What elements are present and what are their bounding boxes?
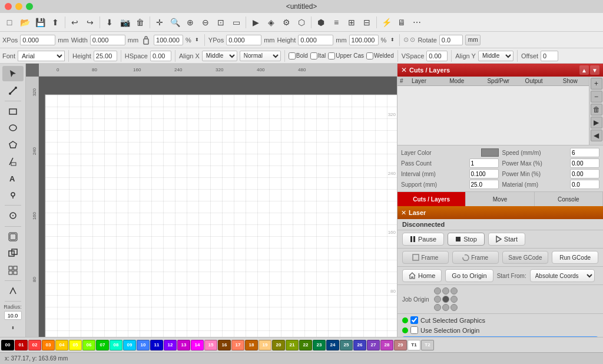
color-swatch-09[interactable]: 09 (123, 340, 136, 350)
color-swatch-T2[interactable]: T2 (421, 340, 434, 350)
cuts-up-btn[interactable]: ▲ (579, 65, 589, 75)
path-tool[interactable] (2, 283, 24, 299)
xpos-input[interactable] (20, 35, 55, 45)
color-swatch-27[interactable]: 27 (367, 340, 380, 350)
delete-button[interactable]: 🗑 (133, 15, 147, 29)
stop-button[interactable]: Stop (448, 233, 485, 246)
bold-check[interactable]: Bold (289, 52, 308, 59)
start-from-select[interactable]: Absolute Coords User Origin Current Posi… (530, 269, 595, 282)
cut-selected-check[interactable]: Cut Selected Graphics (410, 316, 485, 324)
group-button[interactable]: ⊞ (344, 15, 359, 29)
save-gcode-btn[interactable]: Save GCode (502, 251, 549, 264)
job-dot-tm[interactable] (442, 287, 449, 294)
radius-input[interactable] (4, 311, 22, 320)
use-selection-check[interactable]: Use Selection Origin (410, 326, 479, 334)
color-swatch-05[interactable]: 05 (69, 340, 82, 350)
welded-check[interactable]: Welded (366, 52, 394, 59)
line-tool[interactable] (2, 154, 24, 169)
support-input[interactable] (469, 180, 499, 189)
job-dot-tl[interactable] (434, 287, 441, 294)
job-dot-mr[interactable] (450, 296, 458, 303)
job-dot-bm[interactable] (442, 304, 449, 311)
job-dot-mm[interactable] (442, 296, 449, 303)
chain-lock[interactable] (141, 35, 151, 45)
color-swatch-03[interactable]: 03 (42, 340, 55, 350)
color-swatch-29[interactable]: 29 (394, 340, 407, 350)
minimize-button[interactable] (15, 3, 22, 10)
cuts-right-btn[interactable]: ▶ (591, 117, 602, 128)
cuts-left-btn[interactable]: ◀ (591, 130, 602, 141)
zoom-button[interactable]: 🔍 (168, 15, 182, 29)
laser-settings[interactable]: ⚡ (379, 15, 393, 29)
settings-button[interactable]: ⚙ (279, 15, 293, 29)
undo-button[interactable]: ↩ (68, 15, 82, 29)
new-button[interactable]: □ (2, 15, 16, 29)
speed-input[interactable] (570, 148, 599, 157)
show-last-position-btn[interactable]: ↑ Show Last Position (402, 336, 598, 337)
color-swatch-06[interactable]: 06 (82, 340, 95, 350)
color-swatch-11[interactable]: 11 (150, 340, 163, 350)
color-swatch-19[interactable]: 19 (259, 340, 271, 350)
cuts-remove-btn[interactable]: − (591, 91, 602, 102)
select-button[interactable]: ▭ (229, 15, 243, 29)
polygon-tool[interactable] (2, 137, 24, 153)
italic-check[interactable]: Ital (310, 52, 326, 59)
color-swatch-01[interactable]: 01 (15, 340, 28, 350)
canvas-area[interactable]: 0 80 160 240 320 400 480 320 240 160 80 (26, 64, 397, 337)
frame-btn-2[interactable]: Frame (452, 251, 499, 264)
color-swatch-23[interactable]: 23 (313, 340, 326, 350)
position-tool[interactable] (2, 187, 24, 203)
color-swatch-25[interactable]: 25 (340, 340, 353, 350)
cuts-close-icon[interactable]: ✕ (401, 66, 407, 74)
export-button[interactable]: ⬆ (48, 15, 62, 29)
home-btn[interactable]: Home (402, 269, 442, 282)
job-dot-ml[interactable] (434, 296, 441, 303)
preview-button[interactable]: ▶ (249, 15, 263, 29)
go-to-origin-btn[interactable]: Go to Origin (445, 269, 493, 282)
hspace-input[interactable] (150, 51, 171, 61)
color-swatch-26[interactable]: 26 (353, 340, 366, 350)
text-tool[interactable]: A (2, 170, 24, 186)
zoom-out-button[interactable]: ⊖ (198, 15, 213, 29)
rectangle-tool[interactable] (2, 104, 24, 119)
color-swatch-04[interactable]: 04 (55, 340, 68, 350)
close-button[interactable] (5, 3, 12, 10)
color-swatch-08[interactable]: 08 (110, 340, 122, 350)
boolean-button[interactable]: ⬢ (314, 15, 328, 29)
color-swatch-10[interactable]: 10 (137, 340, 150, 350)
color-swatch-28[interactable]: 28 (380, 340, 393, 350)
grid-tool[interactable] (2, 262, 24, 277)
zoom-fit-button[interactable]: ⊡ (214, 15, 228, 29)
laser-close-icon[interactable]: ✕ (401, 209, 406, 217)
pass-count-input[interactable] (469, 158, 499, 168)
open-button[interactable]: 📂 (18, 15, 32, 29)
pause-button[interactable]: Pause (402, 233, 444, 246)
frame-btn-1[interactable]: Frame (402, 251, 449, 264)
material-input[interactable] (570, 180, 599, 189)
trace-button[interactable]: ◈ (264, 15, 278, 29)
color-swatch-02[interactable]: 02 (28, 340, 41, 350)
boolean-tool[interactable] (2, 246, 24, 261)
width-pct-input[interactable] (154, 35, 183, 45)
save-button[interactable]: 💾 (33, 15, 47, 29)
ungroup-button[interactable]: ⊟ (360, 15, 374, 29)
power-min-input[interactable] (570, 169, 599, 178)
measure-tool[interactable] (2, 208, 24, 223)
zoom-in-button[interactable]: ⊕ (183, 15, 197, 29)
camera-button[interactable]: 📷 (118, 15, 132, 29)
pct-spin2[interactable]: ⬍ (389, 33, 396, 47)
job-dot-bl[interactable] (434, 304, 441, 311)
import-button[interactable]: ⬇ (102, 15, 117, 29)
offset-tool[interactable] (2, 229, 24, 244)
job-dot-br[interactable] (450, 304, 458, 311)
vspace-input[interactable] (426, 51, 448, 61)
align-button[interactable]: ≡ (329, 15, 343, 29)
color-swatch-20[interactable]: 20 (272, 340, 285, 350)
layer-color-swatch[interactable] (481, 148, 499, 157)
edit-nodes-tool[interactable] (2, 82, 24, 98)
color-swatch-12[interactable]: 12 (164, 340, 177, 350)
device-button[interactable]: 🖥 (395, 15, 409, 29)
ellipse-tool[interactable] (2, 120, 24, 135)
pct-spin[interactable]: ⬍ (194, 33, 201, 47)
move-button[interactable]: ✛ (153, 15, 167, 29)
